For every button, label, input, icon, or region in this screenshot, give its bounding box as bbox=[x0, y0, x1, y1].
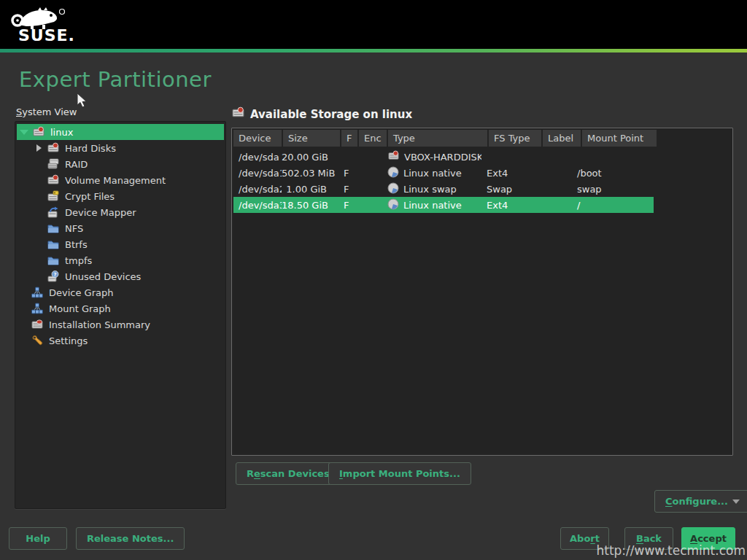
cell-type-text: Linux swap bbox=[403, 184, 457, 195]
sidebar-item-label: Device Mapper bbox=[65, 207, 136, 218]
cell-mount-point: /boot bbox=[572, 168, 646, 179]
sidebar-item-label: Volume Management bbox=[65, 175, 166, 186]
sidebar-item-nfs[interactable]: NFS bbox=[15, 220, 225, 236]
import-mount-points-button[interactable]: Import Mount Points... bbox=[328, 462, 471, 485]
cell-type: VBOX-HARDDISK bbox=[382, 150, 481, 163]
cell-size: 1.00 GiB bbox=[282, 184, 338, 195]
sidebar-item-mount-graph[interactable]: Mount Graph bbox=[15, 300, 225, 316]
sidebar-item-label: Unused Devices bbox=[65, 271, 141, 282]
sidebar-item-raid[interactable]: RAID bbox=[15, 156, 225, 172]
wrench-icon bbox=[30, 334, 44, 347]
disk-icon bbox=[31, 125, 46, 139]
cell-format-flag: F bbox=[338, 200, 355, 211]
graph-icon bbox=[30, 302, 44, 315]
cell-fs-type: Ext4 bbox=[481, 168, 534, 179]
disk-icon bbox=[30, 318, 44, 331]
storage-heading: Available Storage on linux bbox=[231, 106, 412, 122]
cell-device: /dev/sda2 bbox=[233, 184, 282, 195]
rescan-devices-button[interactable]: Rescan Devices bbox=[236, 462, 341, 485]
sidebar-item-label: Device Graph bbox=[49, 287, 113, 298]
disk-icon bbox=[46, 174, 61, 187]
table-row-sda1[interactable]: /dev/sda1 502.03 MiB F Linux native Ext4… bbox=[233, 165, 654, 181]
cell-mount-point: / bbox=[572, 200, 646, 211]
column-header-f[interactable]: F bbox=[341, 130, 357, 147]
table-row-sda3-selected[interactable]: /dev/sda3 18.50 GiB F Linux native Ext4 … bbox=[233, 197, 654, 213]
available-storage-table: Device Size F Enc Type FS Type Label Mou… bbox=[231, 128, 733, 456]
sidebar-item-label: RAID bbox=[65, 159, 88, 170]
sidebar-item-label: tmpfs bbox=[65, 255, 92, 266]
sidebar-item-settings[interactable]: Settings bbox=[15, 332, 225, 349]
raid-icon bbox=[46, 158, 61, 171]
sidebar-item-label: Settings bbox=[49, 335, 88, 346]
column-header-fs-type[interactable]: FS Type bbox=[489, 130, 541, 147]
cell-format-flag: F bbox=[338, 168, 355, 179]
svg-text:?: ? bbox=[53, 272, 56, 278]
cell-size: 20.00 GiB bbox=[282, 152, 338, 163]
sidebar-item-device-mapper[interactable]: Device Mapper bbox=[15, 204, 225, 220]
sidebar-item-device-graph[interactable]: Device Graph bbox=[15, 284, 225, 300]
partition-icon bbox=[387, 182, 399, 196]
partition-icon bbox=[387, 198, 399, 212]
cell-type: Linux native bbox=[382, 166, 481, 180]
system-view-tree: linux Hard Disks RAID Volume Management bbox=[15, 121, 226, 509]
sidebar-item-tmpfs[interactable]: tmpfs bbox=[15, 252, 225, 268]
suse-logo: SUSE. bbox=[9, 4, 118, 50]
column-header-enc[interactable]: Enc bbox=[359, 130, 387, 147]
column-header-mount-point[interactable]: Mount Point bbox=[582, 130, 657, 147]
cell-size: 502.03 MiB bbox=[282, 168, 338, 179]
table-row-sda2[interactable]: /dev/sda2 1.00 GiB F Linux swap Swap swa… bbox=[233, 181, 654, 197]
unused-devices-icon: ? bbox=[46, 270, 61, 283]
folder-icon bbox=[46, 254, 61, 267]
disk-icon bbox=[231, 106, 245, 122]
sidebar-item-volume-management[interactable]: Volume Management bbox=[15, 172, 225, 188]
expander-collapse-icon[interactable] bbox=[17, 130, 31, 135]
sidebar-item-btrfs[interactable]: Btrfs bbox=[15, 236, 225, 252]
cell-mount-point: swap bbox=[572, 184, 646, 195]
folder-icon bbox=[46, 222, 61, 235]
cell-device: /dev/sda1 bbox=[233, 168, 282, 179]
cell-device: /dev/sda3 bbox=[233, 200, 282, 211]
top-brand-bar: SUSE. bbox=[0, 0, 747, 49]
brand-divider-line bbox=[0, 49, 747, 52]
chevron-down-icon bbox=[732, 499, 740, 504]
disk-icon bbox=[46, 141, 61, 155]
release-notes-button[interactable]: Release Notes... bbox=[76, 527, 185, 550]
sidebar-item-label: Hard Disks bbox=[65, 143, 116, 154]
column-header-size[interactable]: Size bbox=[283, 130, 340, 147]
cell-type: Linux native bbox=[382, 198, 481, 212]
table-row-sda[interactable]: /dev/sda 20.00 GiB VBOX-HARDDISK bbox=[233, 149, 654, 165]
cell-format-flag: F bbox=[338, 184, 355, 195]
crypt-files-icon bbox=[46, 190, 61, 203]
sidebar-item-installation-summary[interactable]: Installation Summary bbox=[15, 316, 225, 332]
sidebar-item-label: Btrfs bbox=[65, 239, 88, 250]
sidebar-item-hard-disks[interactable]: Hard Disks bbox=[15, 140, 225, 156]
help-button[interactable]: Help bbox=[9, 527, 67, 550]
expander-expand-icon[interactable] bbox=[31, 144, 46, 152]
sidebar-item-linux[interactable]: linux bbox=[17, 124, 224, 140]
sidebar-item-label: Mount Graph bbox=[49, 303, 111, 314]
cell-type-text: Linux native bbox=[403, 168, 462, 179]
system-view-label: System View bbox=[16, 106, 77, 117]
cell-size: 18.50 GiB bbox=[282, 200, 338, 211]
disk-icon bbox=[387, 150, 400, 163]
brand-wordmark: SUSE. bbox=[18, 26, 75, 44]
cell-type: Linux swap bbox=[382, 182, 481, 196]
column-header-label[interactable]: Label bbox=[543, 130, 581, 147]
mouse-cursor bbox=[77, 93, 88, 112]
cell-type-text: VBOX-HARDDISK bbox=[404, 152, 481, 163]
storage-heading-text: Available Storage on linux bbox=[250, 108, 412, 121]
sidebar-item-unused-devices[interactable]: ? Unused Devices bbox=[15, 268, 225, 284]
sidebar-item-label: Crypt Files bbox=[65, 191, 115, 202]
partition-icon bbox=[387, 166, 399, 180]
column-header-type[interactable]: Type bbox=[388, 130, 487, 147]
folder-icon bbox=[46, 238, 61, 251]
configure-dropdown-button[interactable]: Configure... bbox=[654, 490, 747, 513]
cell-type-text: Linux native bbox=[403, 200, 462, 211]
sidebar-item-crypt-files[interactable]: Crypt Files bbox=[15, 188, 225, 204]
page-title: Expert Partitioner bbox=[19, 67, 212, 92]
cell-fs-type: Swap bbox=[481, 184, 534, 195]
column-header-device[interactable]: Device bbox=[233, 130, 282, 147]
sidebar-item-label: Installation Summary bbox=[49, 319, 150, 330]
graph-icon bbox=[30, 286, 44, 299]
cell-device: /dev/sda bbox=[233, 152, 282, 163]
